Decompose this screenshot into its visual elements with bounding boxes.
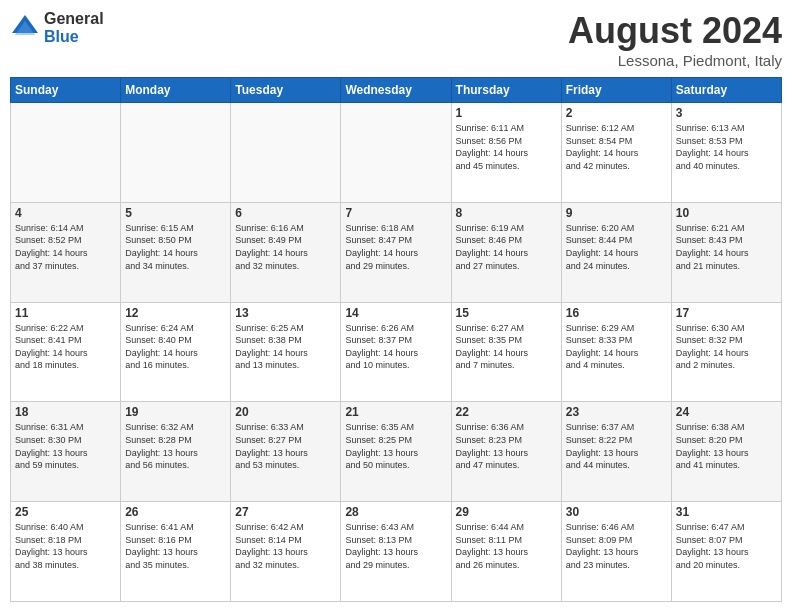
day-info: Sunrise: 6:13 AM Sunset: 8:53 PM Dayligh… xyxy=(676,122,777,172)
day-info: Sunrise: 6:35 AM Sunset: 8:25 PM Dayligh… xyxy=(345,421,446,471)
calendar-cell: 8Sunrise: 6:19 AM Sunset: 8:46 PM Daylig… xyxy=(451,202,561,302)
calendar-cell: 3Sunrise: 6:13 AM Sunset: 8:53 PM Daylig… xyxy=(671,103,781,203)
day-info: Sunrise: 6:19 AM Sunset: 8:46 PM Dayligh… xyxy=(456,222,557,272)
day-number: 10 xyxy=(676,206,777,220)
calendar-table: Sunday Monday Tuesday Wednesday Thursday… xyxy=(10,77,782,602)
day-number: 27 xyxy=(235,505,336,519)
day-info: Sunrise: 6:31 AM Sunset: 8:30 PM Dayligh… xyxy=(15,421,116,471)
calendar-cell: 26Sunrise: 6:41 AM Sunset: 8:16 PM Dayli… xyxy=(121,502,231,602)
logo: General Blue xyxy=(10,10,104,45)
header-saturday: Saturday xyxy=(671,78,781,103)
calendar-cell: 31Sunrise: 6:47 AM Sunset: 8:07 PM Dayli… xyxy=(671,502,781,602)
day-info: Sunrise: 6:11 AM Sunset: 8:56 PM Dayligh… xyxy=(456,122,557,172)
day-number: 15 xyxy=(456,306,557,320)
header-wednesday: Wednesday xyxy=(341,78,451,103)
header-friday: Friday xyxy=(561,78,671,103)
day-number: 11 xyxy=(15,306,116,320)
day-number: 18 xyxy=(15,405,116,419)
day-number: 6 xyxy=(235,206,336,220)
day-info: Sunrise: 6:42 AM Sunset: 8:14 PM Dayligh… xyxy=(235,521,336,571)
day-number: 24 xyxy=(676,405,777,419)
calendar-cell: 22Sunrise: 6:36 AM Sunset: 8:23 PM Dayli… xyxy=(451,402,561,502)
calendar-cell: 19Sunrise: 6:32 AM Sunset: 8:28 PM Dayli… xyxy=(121,402,231,502)
day-number: 25 xyxy=(15,505,116,519)
day-info: Sunrise: 6:36 AM Sunset: 8:23 PM Dayligh… xyxy=(456,421,557,471)
day-number: 28 xyxy=(345,505,446,519)
day-number: 8 xyxy=(456,206,557,220)
title-month: August 2024 xyxy=(568,10,782,52)
header-thursday: Thursday xyxy=(451,78,561,103)
calendar-cell: 21Sunrise: 6:35 AM Sunset: 8:25 PM Dayli… xyxy=(341,402,451,502)
title-block: August 2024 Lessona, Piedmont, Italy xyxy=(568,10,782,69)
calendar-cell: 11Sunrise: 6:22 AM Sunset: 8:41 PM Dayli… xyxy=(11,302,121,402)
calendar-cell xyxy=(121,103,231,203)
calendar-cell: 4Sunrise: 6:14 AM Sunset: 8:52 PM Daylig… xyxy=(11,202,121,302)
calendar-cell: 29Sunrise: 6:44 AM Sunset: 8:11 PM Dayli… xyxy=(451,502,561,602)
day-info: Sunrise: 6:24 AM Sunset: 8:40 PM Dayligh… xyxy=(125,322,226,372)
day-info: Sunrise: 6:47 AM Sunset: 8:07 PM Dayligh… xyxy=(676,521,777,571)
calendar-cell: 14Sunrise: 6:26 AM Sunset: 8:37 PM Dayli… xyxy=(341,302,451,402)
calendar-cell: 17Sunrise: 6:30 AM Sunset: 8:32 PM Dayli… xyxy=(671,302,781,402)
day-info: Sunrise: 6:26 AM Sunset: 8:37 PM Dayligh… xyxy=(345,322,446,372)
day-info: Sunrise: 6:33 AM Sunset: 8:27 PM Dayligh… xyxy=(235,421,336,471)
calendar-cell: 9Sunrise: 6:20 AM Sunset: 8:44 PM Daylig… xyxy=(561,202,671,302)
day-info: Sunrise: 6:22 AM Sunset: 8:41 PM Dayligh… xyxy=(15,322,116,372)
day-number: 14 xyxy=(345,306,446,320)
day-number: 29 xyxy=(456,505,557,519)
header: General Blue August 2024 Lessona, Piedmo… xyxy=(10,10,782,69)
calendar-cell: 2Sunrise: 6:12 AM Sunset: 8:54 PM Daylig… xyxy=(561,103,671,203)
day-info: Sunrise: 6:41 AM Sunset: 8:16 PM Dayligh… xyxy=(125,521,226,571)
calendar-cell: 16Sunrise: 6:29 AM Sunset: 8:33 PM Dayli… xyxy=(561,302,671,402)
calendar-cell: 12Sunrise: 6:24 AM Sunset: 8:40 PM Dayli… xyxy=(121,302,231,402)
day-info: Sunrise: 6:18 AM Sunset: 8:47 PM Dayligh… xyxy=(345,222,446,272)
day-number: 2 xyxy=(566,106,667,120)
calendar-cell xyxy=(341,103,451,203)
calendar-cell: 7Sunrise: 6:18 AM Sunset: 8:47 PM Daylig… xyxy=(341,202,451,302)
calendar-cell: 5Sunrise: 6:15 AM Sunset: 8:50 PM Daylig… xyxy=(121,202,231,302)
week-row-5: 25Sunrise: 6:40 AM Sunset: 8:18 PM Dayli… xyxy=(11,502,782,602)
title-location: Lessona, Piedmont, Italy xyxy=(568,52,782,69)
calendar-cell: 24Sunrise: 6:38 AM Sunset: 8:20 PM Dayli… xyxy=(671,402,781,502)
week-row-2: 4Sunrise: 6:14 AM Sunset: 8:52 PM Daylig… xyxy=(11,202,782,302)
week-row-3: 11Sunrise: 6:22 AM Sunset: 8:41 PM Dayli… xyxy=(11,302,782,402)
day-info: Sunrise: 6:44 AM Sunset: 8:11 PM Dayligh… xyxy=(456,521,557,571)
day-info: Sunrise: 6:29 AM Sunset: 8:33 PM Dayligh… xyxy=(566,322,667,372)
logo-general: General xyxy=(44,10,104,28)
day-number: 5 xyxy=(125,206,226,220)
calendar-cell: 27Sunrise: 6:42 AM Sunset: 8:14 PM Dayli… xyxy=(231,502,341,602)
day-number: 19 xyxy=(125,405,226,419)
day-info: Sunrise: 6:30 AM Sunset: 8:32 PM Dayligh… xyxy=(676,322,777,372)
calendar-cell: 28Sunrise: 6:43 AM Sunset: 8:13 PM Dayli… xyxy=(341,502,451,602)
day-info: Sunrise: 6:16 AM Sunset: 8:49 PM Dayligh… xyxy=(235,222,336,272)
header-sunday: Sunday xyxy=(11,78,121,103)
day-info: Sunrise: 6:15 AM Sunset: 8:50 PM Dayligh… xyxy=(125,222,226,272)
day-number: 30 xyxy=(566,505,667,519)
calendar-cell: 13Sunrise: 6:25 AM Sunset: 8:38 PM Dayli… xyxy=(231,302,341,402)
calendar-cell: 6Sunrise: 6:16 AM Sunset: 8:49 PM Daylig… xyxy=(231,202,341,302)
calendar-header-row: Sunday Monday Tuesday Wednesday Thursday… xyxy=(11,78,782,103)
calendar-cell: 18Sunrise: 6:31 AM Sunset: 8:30 PM Dayli… xyxy=(11,402,121,502)
logo-blue: Blue xyxy=(44,28,104,46)
calendar-cell xyxy=(11,103,121,203)
calendar-cell: 1Sunrise: 6:11 AM Sunset: 8:56 PM Daylig… xyxy=(451,103,561,203)
day-number: 1 xyxy=(456,106,557,120)
day-number: 22 xyxy=(456,405,557,419)
page: General Blue August 2024 Lessona, Piedmo… xyxy=(0,0,792,612)
day-info: Sunrise: 6:27 AM Sunset: 8:35 PM Dayligh… xyxy=(456,322,557,372)
week-row-1: 1Sunrise: 6:11 AM Sunset: 8:56 PM Daylig… xyxy=(11,103,782,203)
day-info: Sunrise: 6:14 AM Sunset: 8:52 PM Dayligh… xyxy=(15,222,116,272)
day-info: Sunrise: 6:20 AM Sunset: 8:44 PM Dayligh… xyxy=(566,222,667,272)
logo-text: General Blue xyxy=(44,10,104,45)
day-info: Sunrise: 6:32 AM Sunset: 8:28 PM Dayligh… xyxy=(125,421,226,471)
header-monday: Monday xyxy=(121,78,231,103)
calendar-cell: 10Sunrise: 6:21 AM Sunset: 8:43 PM Dayli… xyxy=(671,202,781,302)
day-number: 17 xyxy=(676,306,777,320)
day-info: Sunrise: 6:46 AM Sunset: 8:09 PM Dayligh… xyxy=(566,521,667,571)
day-number: 4 xyxy=(15,206,116,220)
day-info: Sunrise: 6:40 AM Sunset: 8:18 PM Dayligh… xyxy=(15,521,116,571)
day-number: 23 xyxy=(566,405,667,419)
day-number: 7 xyxy=(345,206,446,220)
week-row-4: 18Sunrise: 6:31 AM Sunset: 8:30 PM Dayli… xyxy=(11,402,782,502)
day-info: Sunrise: 6:43 AM Sunset: 8:13 PM Dayligh… xyxy=(345,521,446,571)
calendar-cell: 25Sunrise: 6:40 AM Sunset: 8:18 PM Dayli… xyxy=(11,502,121,602)
